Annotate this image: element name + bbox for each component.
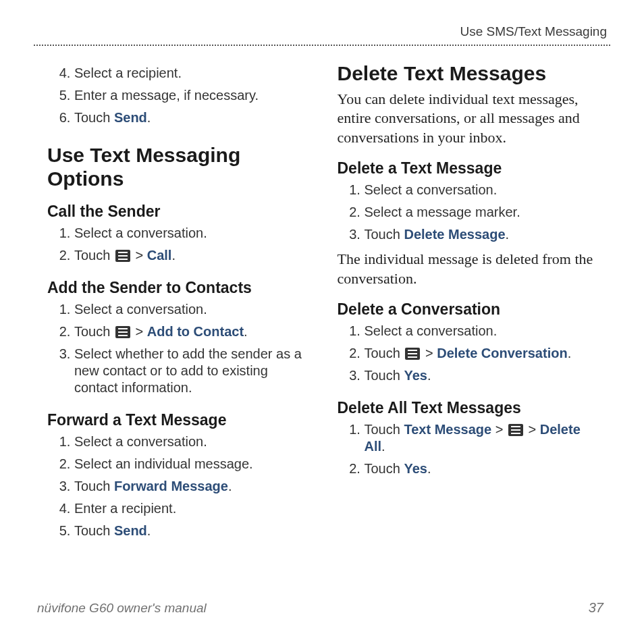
subsection-heading: Forward a Text Message xyxy=(47,411,314,429)
left-column: Select a recipient.Enter a message, if n… xyxy=(47,62,314,576)
numbered-list: Select a conversation.Touch > Add to Con… xyxy=(47,298,314,399)
ui-action-label: Yes xyxy=(404,368,427,383)
ui-action-label: Send xyxy=(114,110,147,125)
list-item: Touch > Delete Conversation. xyxy=(365,342,604,365)
menu-icon xyxy=(405,348,420,360)
running-head: Use SMS/Text Messaging xyxy=(460,24,607,39)
menu-icon xyxy=(115,326,130,338)
list-item: Touch Delete Message. xyxy=(365,223,604,246)
list-item: Touch Send. xyxy=(74,107,314,129)
list-item: Select a conversation. xyxy=(74,431,314,453)
numbered-list: Select a recipient.Enter a message, if n… xyxy=(47,62,314,129)
list-item: Select a conversation. xyxy=(365,179,604,201)
header-rule xyxy=(34,45,610,46)
intro-paragraph: You can delete individual text messages,… xyxy=(338,90,604,148)
list-item: Touch Forward Message. xyxy=(74,475,314,498)
subsection-heading: Delete a Text Message xyxy=(338,159,604,178)
ui-action-label: Add to Contact xyxy=(147,324,244,339)
list-item: Select a conversation. xyxy=(365,320,604,342)
numbered-list: Select a conversation.Select an individu… xyxy=(47,431,314,542)
body-paragraph: The individual message is deleted from t… xyxy=(338,250,604,288)
subsection-heading: Delete a Conversation xyxy=(338,300,604,319)
section-heading: Delete Text Messages xyxy=(338,62,604,86)
list-item: Select a recipient. xyxy=(74,62,314,84)
subsection-heading: Delete All Text Messages xyxy=(338,399,604,417)
list-item: Select a conversation. xyxy=(74,298,314,321)
menu-icon xyxy=(508,424,523,436)
ui-action-label: Text Message xyxy=(404,422,491,437)
list-item: Select a message marker. xyxy=(365,201,604,223)
section-heading: Use Text Messaging Options xyxy=(47,144,314,190)
list-item: Touch Yes. xyxy=(365,458,604,480)
numbered-list: Touch Text Message > > Delete All.Touch … xyxy=(338,419,604,480)
ui-action-label: Yes xyxy=(404,461,427,476)
menu-icon xyxy=(115,250,130,262)
footer-title: nüvifone G60 owner's manual xyxy=(37,601,207,616)
manual-page: Use SMS/Text Messaging Select a recipien… xyxy=(0,0,644,644)
list-item: Select an individual message. xyxy=(74,453,314,475)
subsection-heading: Add the Sender to Contacts xyxy=(47,279,314,297)
list-item: Touch > Add to Contact. xyxy=(74,321,314,343)
list-item: Enter a recipient. xyxy=(74,498,314,520)
numbered-list: Select a conversation.Select a message m… xyxy=(338,179,604,246)
list-item: Touch Send. xyxy=(74,520,314,542)
ui-action-label: Delete Message xyxy=(404,227,505,242)
right-column: Delete Text MessagesYou can delete indiv… xyxy=(338,62,604,576)
page-number: 37 xyxy=(589,600,603,616)
numbered-list: Select a conversation.Touch > Delete Con… xyxy=(338,320,604,387)
ui-action-label: Forward Message xyxy=(114,479,228,493)
list-item: Enter a message, if necessary. xyxy=(74,84,314,107)
list-item: Touch Text Message > > Delete All. xyxy=(365,419,604,458)
list-item: Select whether to add the sender as a ne… xyxy=(74,343,314,399)
list-item: Select a conversation. xyxy=(74,222,314,244)
list-item: Touch > Call. xyxy=(74,244,314,267)
two-column-layout: Select a recipient.Enter a message, if n… xyxy=(47,62,603,576)
subsection-heading: Call the Sender xyxy=(47,203,314,221)
ui-action-label: Delete Conversation xyxy=(437,346,567,360)
ui-action-label: Call xyxy=(147,248,172,263)
numbered-list: Select a conversation.Touch > Call. xyxy=(47,222,314,267)
list-item: Touch Yes. xyxy=(365,365,604,387)
ui-action-label: Send xyxy=(114,523,147,538)
